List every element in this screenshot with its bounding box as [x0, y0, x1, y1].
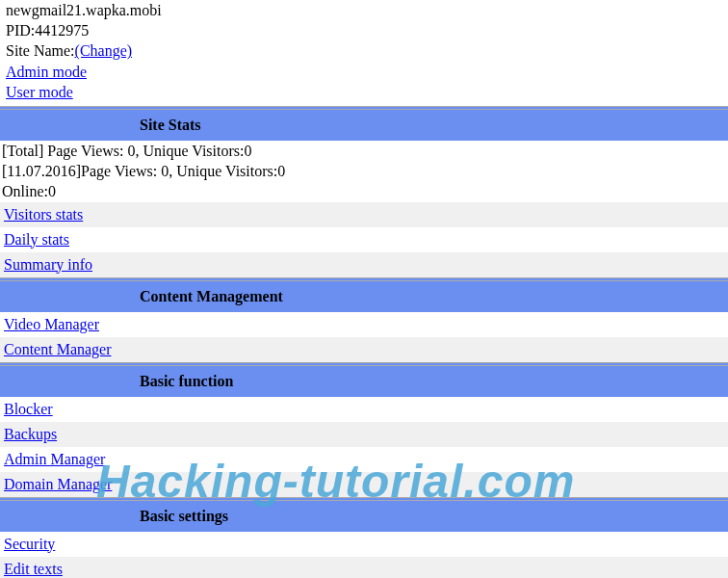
site-domain: newgmail21.wapka.mobi [6, 0, 722, 20]
blocker-link[interactable]: Blocker [4, 401, 53, 417]
admin-mode-link[interactable]: Admin mode [6, 64, 87, 80]
summary-info-link[interactable]: Summary info [4, 256, 92, 273]
admin-manager-link[interactable]: Admin Manager [4, 451, 105, 467]
stats-date: [11.07.2016]Page Views: 0, Unique Visito… [0, 161, 728, 181]
change-link[interactable]: (Change) [75, 42, 133, 59]
video-manager-link[interactable]: Video Manager [4, 316, 99, 332]
domain-manager-link[interactable]: Domain Manager [4, 476, 112, 492]
daily-stats-link[interactable]: Daily stats [4, 231, 69, 248]
visitors-stats-link[interactable]: Visitors stats [4, 206, 83, 223]
stats-total: [Total] Page Views: 0, Unique Visitors:0 [0, 141, 728, 161]
site-stats-header: Site Stats [0, 109, 728, 141]
edit-texts-link[interactable]: Edit texts [4, 561, 63, 577]
pid-value: 4412975 [35, 22, 89, 39]
basic-settings-header: Basic settings [0, 500, 728, 532]
user-mode-link[interactable]: User mode [6, 84, 73, 100]
site-name-label: Site Name: [6, 42, 75, 59]
security-link[interactable]: Security [4, 536, 55, 552]
pid-label: PID: [6, 22, 35, 39]
content-manager-link[interactable]: Content Manager [4, 341, 112, 357]
backups-link[interactable]: Backups [4, 426, 57, 442]
basic-function-header: Basic function [0, 365, 728, 397]
stats-online: Online:0 [0, 181, 728, 201]
content-management-header: Content Management [0, 280, 728, 312]
